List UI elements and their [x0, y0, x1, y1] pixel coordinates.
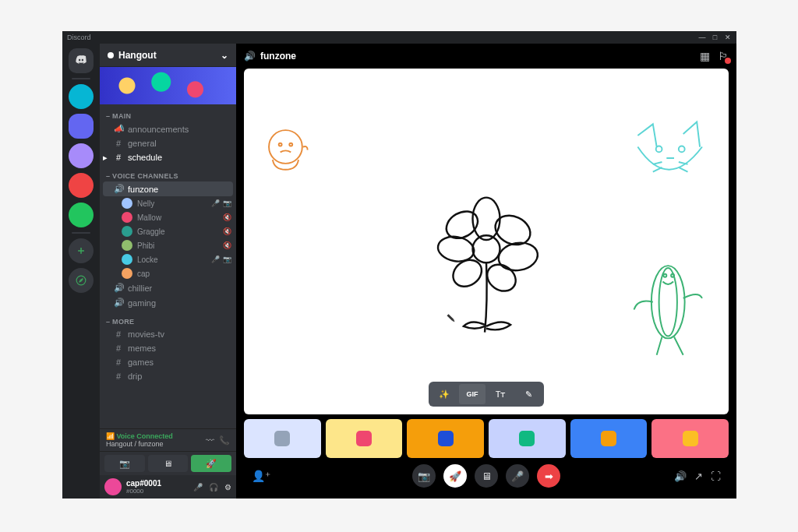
- chevron-down-icon: ⌄: [221, 50, 228, 61]
- server-rail: ＋: [62, 44, 100, 499]
- volume-button[interactable]: 🔊: [674, 470, 687, 482]
- svg-marker-1: [79, 279, 83, 283]
- svg-point-9: [663, 274, 666, 277]
- channel-general[interactable]: #general: [103, 136, 233, 150]
- noise-suppression-button[interactable]: 〰: [206, 435, 214, 446]
- voice-member[interactable]: Mallow🔇: [100, 210, 236, 224]
- app-title: Discord: [67, 33, 91, 41]
- call-controls: 👤⁺ 📷 🚀 🖥 🎤 ➡ 🔊 ↗ ⛶: [244, 461, 729, 494]
- window-minimize-button[interactable]: —: [698, 33, 706, 41]
- participant-tile[interactable]: [570, 419, 648, 458]
- rail-divider: [72, 78, 90, 79]
- settings-button[interactable]: ⚙: [224, 483, 231, 491]
- text-tool-button[interactable]: Tᴛ: [487, 384, 514, 404]
- server-header[interactable]: Hangout ⌄: [100, 44, 236, 67]
- home-button[interactable]: [69, 48, 94, 73]
- svg-point-10: [671, 274, 674, 277]
- speaker-icon: 🔊: [244, 51, 256, 62]
- whiteboard-toolbar: ✨ GIF Tᴛ ✎: [429, 382, 544, 407]
- section-voice-label[interactable]: – VOICE CHANNELS: [100, 164, 236, 181]
- server-item[interactable]: [69, 84, 94, 109]
- inbox-button[interactable]: 🏳: [718, 50, 729, 62]
- mic-button[interactable]: 🎤: [506, 464, 529, 488]
- megaphone-icon: 📣: [114, 124, 123, 134]
- svg-point-6: [679, 146, 685, 153]
- participant-tile[interactable]: [326, 419, 403, 458]
- svg-point-5: [656, 146, 662, 153]
- discord-logo-icon: [74, 54, 88, 68]
- hash-icon: #: [114, 139, 123, 148]
- channel-header: 🔊 funzone ▦ 🏳: [236, 44, 736, 69]
- activity-button[interactable]: 🚀: [191, 455, 231, 472]
- hash-icon: #: [114, 372, 123, 381]
- mic-icon: 🎤: [211, 255, 220, 263]
- mic-muted-icon: 🔇: [223, 227, 231, 235]
- svg-point-0: [76, 276, 86, 285]
- server-item[interactable]: [69, 203, 94, 227]
- hash-icon: #: [114, 153, 123, 162]
- section-more-label[interactable]: – MORE: [100, 310, 236, 327]
- explore-button[interactable]: [69, 268, 94, 293]
- svg-point-4: [289, 143, 292, 146]
- speaker-icon: 🔊: [114, 283, 123, 293]
- add-server-button[interactable]: ＋: [69, 238, 94, 263]
- voice-member[interactable]: Nelly🎤📷: [100, 196, 236, 210]
- rail-divider: [72, 232, 90, 234]
- screenshare-button[interactable]: 🖥: [148, 455, 189, 472]
- server-item[interactable]: [69, 143, 94, 168]
- voice-member[interactable]: cap: [100, 266, 236, 280]
- deafen-button[interactable]: 🎧: [209, 483, 218, 491]
- fullscreen-button[interactable]: ⛶: [711, 470, 721, 482]
- window-maximize-button[interactable]: □: [711, 33, 719, 41]
- popout-button[interactable]: ↗: [694, 470, 703, 482]
- participant-tile[interactable]: [407, 419, 484, 458]
- window-titlebar: Discord — □ ✕: [62, 31, 736, 44]
- pen-tool-button[interactable]: ✎: [515, 384, 542, 404]
- share-screen-button[interactable]: 🖥: [475, 464, 498, 488]
- participant-tile[interactable]: [489, 419, 566, 458]
- activities-button[interactable]: 🚀: [443, 464, 467, 488]
- svg-point-7: [651, 266, 685, 338]
- video-button[interactable]: 📷: [412, 464, 436, 488]
- svg-point-8: [659, 268, 677, 336]
- mic-muted-icon: 🔇: [223, 241, 231, 249]
- magic-tool-button[interactable]: ✨: [431, 384, 457, 404]
- svg-point-3: [279, 143, 282, 146]
- mute-button[interactable]: 🎤: [193, 483, 203, 491]
- voice-member[interactable]: Locke🎤📷: [100, 252, 236, 266]
- channel-title: funzone: [260, 51, 296, 62]
- voice-channel-chillier[interactable]: 🔊chillier: [103, 280, 233, 295]
- channel-sidebar: Hangout ⌄ – MAIN 📣announcements #general…: [100, 44, 236, 499]
- channel-movies-tv[interactable]: #movies-tv: [103, 327, 233, 341]
- speaker-icon: 🔊: [114, 184, 123, 194]
- server-item[interactable]: [69, 173, 94, 198]
- voice-channel-funzone[interactable]: 🔊funzone: [103, 181, 233, 196]
- whiteboard-drawings: [244, 69, 729, 414]
- server-item-selected[interactable]: [69, 114, 94, 139]
- gif-tool-button[interactable]: GIF: [459, 384, 486, 404]
- hash-icon: #: [114, 329, 123, 339]
- server-banner: [100, 67, 236, 104]
- voice-channel-gaming[interactable]: 🔊gaming: [103, 295, 233, 310]
- section-main-label[interactable]: – MAIN: [100, 104, 236, 122]
- channel-drip[interactable]: #drip: [103, 369, 233, 383]
- user-avatar[interactable]: [104, 478, 122, 495]
- channel-games[interactable]: #games: [103, 355, 233, 369]
- channel-schedule[interactable]: ▸#schedule: [103, 150, 233, 164]
- disconnect-button[interactable]: 📞: [219, 435, 230, 446]
- leave-call-button[interactable]: ➡: [537, 464, 560, 488]
- participant-tile[interactable]: [651, 419, 729, 458]
- voice-member[interactable]: Phibi🔇: [100, 238, 236, 252]
- whiteboard-canvas[interactable]: ✨ GIF Tᴛ ✎: [244, 69, 729, 414]
- invite-button[interactable]: 👤⁺: [252, 470, 270, 482]
- channel-announcements[interactable]: 📣announcements: [103, 122, 233, 136]
- camera-toggle-button[interactable]: 📷: [104, 455, 145, 472]
- participant-tile[interactable]: [244, 419, 321, 458]
- voice-member[interactable]: Graggle🔇: [100, 224, 236, 238]
- window-close-button[interactable]: ✕: [724, 33, 732, 41]
- user-tag: #0000: [126, 488, 161, 495]
- voice-connected-label: 📶 Voice Connected: [106, 432, 173, 440]
- grid-view-button[interactable]: ▦: [700, 50, 710, 62]
- channel-memes[interactable]: #memes: [103, 341, 233, 355]
- mic-icon: 🎤: [211, 199, 220, 207]
